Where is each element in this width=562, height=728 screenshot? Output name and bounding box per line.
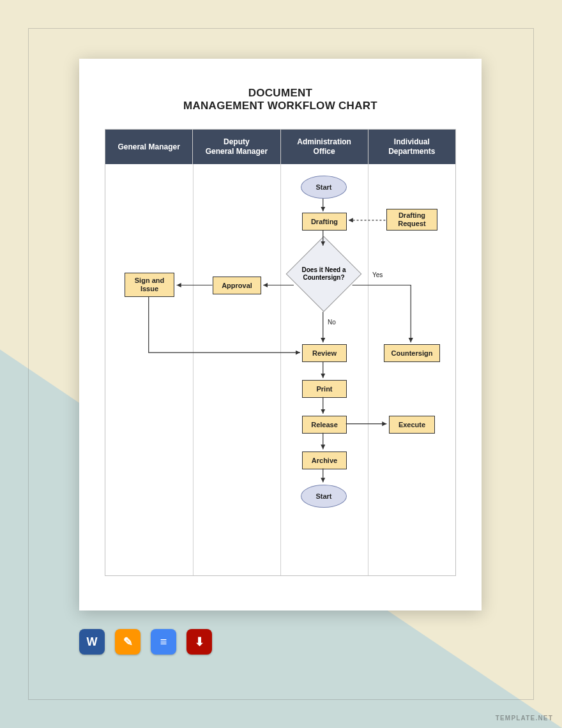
countersign-node: Countersign — [384, 344, 440, 362]
lane-separator — [193, 164, 194, 575]
decision-node: Does it Need a Countersign? — [286, 236, 362, 312]
archive-node: Archive — [302, 451, 347, 469]
review-node: Review — [302, 344, 347, 362]
lane-separator — [280, 164, 281, 575]
lane-header-dgm: Deputy General Manager — [193, 130, 280, 164]
swimlane-container: General Manager Deputy General Manager A… — [105, 129, 456, 576]
swimlane-body: Start Drafting Does it Need a Countersig… — [105, 164, 455, 575]
word-icon: W — [79, 629, 105, 655]
lane-header-dept: Individual Departments — [368, 130, 455, 164]
yes-label: Yes — [372, 271, 383, 278]
print-node: Print — [302, 380, 347, 398]
no-label: No — [328, 319, 336, 326]
watermark-text: TEMPLATE.NET — [496, 715, 553, 722]
google-docs-icon: ≡ — [151, 629, 176, 655]
format-icons-row: W ✎ ≡ ⬇ — [79, 629, 212, 655]
execute-node: Execute — [389, 416, 435, 434]
page-title: DOCUMENT MANAGEMENT WORKFLOW CHART — [105, 87, 456, 112]
drafting-request-node: Drafting Request — [386, 209, 437, 231]
swimlane-headers: General Manager Deputy General Manager A… — [105, 130, 455, 164]
end-node: Start — [301, 485, 347, 508]
sign-issue-node: Sign and Issue — [125, 273, 174, 297]
start-node: Start — [301, 176, 347, 199]
approval-node: Approval — [213, 277, 261, 294]
lane-header-gm: General Manager — [105, 130, 193, 164]
drafting-node: Drafting — [302, 213, 347, 231]
title-line-1: DOCUMENT — [105, 87, 456, 100]
pages-icon: ✎ — [115, 629, 140, 655]
lane-header-admin: Administration Office — [281, 130, 368, 164]
release-node: Release — [302, 416, 347, 434]
pdf-icon: ⬇ — [186, 629, 212, 655]
title-line-2: MANAGEMENT WORKFLOW CHART — [105, 100, 456, 112]
lane-separator — [368, 164, 368, 575]
document-page: DOCUMENT MANAGEMENT WORKFLOW CHART Gener… — [79, 59, 482, 610]
